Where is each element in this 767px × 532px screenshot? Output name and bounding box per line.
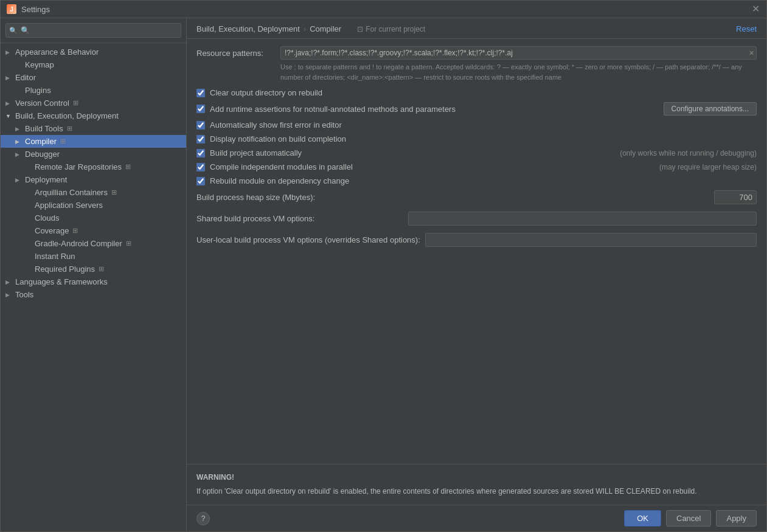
sidebar-item-label: Remote Jar Repositories: [35, 162, 122, 171]
sidebar-item-version-control[interactable]: ▶ Version Control ⊞: [1, 97, 186, 109]
notification-checkbox[interactable]: [196, 135, 205, 143]
clear-output-checkbox[interactable]: [196, 89, 205, 97]
close-button[interactable]: ✕: [752, 5, 760, 13]
search-icon: 🔍: [9, 27, 18, 35]
panel-content: Resource patterns: ✕ Use ; to separate p…: [187, 39, 766, 505]
window-title: Settings: [21, 5, 50, 14]
clear-output-label[interactable]: Clear output directory on rebuild: [210, 88, 757, 97]
sidebar-item-remote-jar[interactable]: Remote Jar Repositories ⊞: [1, 161, 186, 173]
sidebar-item-label: Arquillian Containers: [35, 188, 108, 197]
sidebar-item-label: Keymap: [25, 60, 54, 69]
warning-text: WARNING! If option 'Clear output directo…: [196, 472, 757, 497]
for-project-label: ⊡ For current project: [357, 25, 425, 33]
cancel-button[interactable]: Cancel: [666, 510, 711, 527]
triangle-icon: ▶: [5, 292, 12, 298]
sidebar-item-label: Editor: [15, 73, 36, 82]
breadcrumb-separator: ›: [304, 24, 306, 33]
sidebar-item-label: Languages & Frameworks: [15, 277, 108, 286]
sidebar-item-deployment[interactable]: ▶ Deployment: [1, 173, 186, 186]
show-first-error-checkbox[interactable]: [196, 121, 205, 130]
runtime-assertions-checkbox[interactable]: [196, 105, 205, 113]
compile-parallel-label[interactable]: Compile independent modules in parallel: [210, 162, 654, 171]
checkbox-runtime-assertions: Add runtime assertions for notnull-annot…: [196, 102, 757, 116]
checkbox-build-auto: Build project automatically (only works …: [196, 148, 757, 157]
resource-input-clear-icon[interactable]: ✕: [749, 49, 754, 57]
shared-vm-label: Shared build process VM options:: [196, 214, 403, 223]
shared-vm-row: Shared build process VM options:: [196, 212, 757, 226]
resource-patterns-label: Resource patterns:: [196, 46, 276, 58]
nav-tree: ▶ Appearance & Behavior Keymap ▶ Editor …: [1, 43, 186, 531]
external-icon: ⊞: [73, 99, 78, 107]
sidebar-item-instant-run[interactable]: Instant Run: [1, 250, 186, 263]
triangle-icon: ▶: [15, 151, 21, 157]
scrollable-body: Resource patterns: ✕ Use ; to separate p…: [187, 39, 766, 464]
resource-patterns-input[interactable]: [280, 46, 757, 60]
breadcrumb-part1: Build, Execution, Deployment: [196, 24, 300, 33]
heap-size-row: Build process heap size (Mbytes):: [196, 190, 757, 204]
external-icon: ⊞: [126, 240, 131, 247]
breadcrumb: Build, Execution, Deployment › Compiler …: [196, 24, 425, 33]
sidebar-item-arquillian[interactable]: Arquillian Containers ⊞: [1, 186, 186, 199]
triangle-icon: ▶: [15, 177, 21, 183]
heap-size-label: Build process heap size (Mbytes):: [196, 193, 709, 202]
sidebar-item-clouds[interactable]: Clouds: [1, 212, 186, 224]
external-icon: ⊞: [111, 188, 117, 196]
rebuild-dependency-checkbox[interactable]: [196, 177, 205, 185]
sidebar: 🔍 ▶ Appearance & Behavior Keymap ▶: [1, 18, 187, 531]
sidebar-item-coverage[interactable]: Coverage ⊞: [1, 224, 186, 237]
main-content: 🔍 ▶ Appearance & Behavior Keymap ▶: [1, 18, 766, 531]
checkbox-show-first-error: Automatically show first error in editor: [196, 120, 757, 130]
search-input[interactable]: [5, 23, 181, 38]
checkbox-clear-output: Clear output directory on rebuild: [196, 88, 757, 97]
sidebar-item-label: Application Servers: [35, 201, 103, 210]
checkbox-rebuild-dependency: Rebuild module on dependency change: [196, 176, 757, 185]
sidebar-item-gradle-android[interactable]: Gradle-Android Compiler ⊞: [1, 237, 186, 250]
titlebar: J Settings ✕: [1, 1, 766, 18]
compile-parallel-checkbox[interactable]: [196, 163, 205, 171]
breadcrumb-current: Compiler: [310, 24, 341, 33]
shared-vm-input[interactable]: [408, 212, 757, 226]
sidebar-item-languages[interactable]: ▶ Languages & Frameworks: [1, 275, 186, 288]
checkbox-notification: Display notification on build completion: [196, 134, 757, 143]
external-icon: ⊞: [60, 137, 66, 145]
build-auto-checkbox[interactable]: [196, 149, 205, 157]
sidebar-item-compiler[interactable]: ▶ Compiler ⊞: [1, 135, 186, 148]
triangle-icon: ▶: [5, 75, 12, 81]
triangle-icon: ▶: [5, 279, 12, 285]
sidebar-item-build-execution[interactable]: ▼ Build, Execution, Deployment: [1, 109, 186, 122]
search-box: 🔍: [1, 18, 186, 43]
sidebar-item-label: Version Control: [15, 98, 69, 108]
resource-input-wrap: ✕: [280, 46, 757, 60]
sidebar-item-editor[interactable]: ▶ Editor: [1, 71, 186, 84]
triangle-icon: ▼: [5, 113, 12, 119]
show-first-error-label[interactable]: Automatically show first error in editor: [210, 120, 757, 130]
sidebar-item-required-plugins[interactable]: Required Plugins ⊞: [1, 263, 186, 275]
external-icon: ⊞: [99, 265, 104, 273]
user-vm-input[interactable]: [425, 233, 757, 247]
external-icon: ⊞: [125, 163, 131, 171]
sidebar-item-label: Debugger: [25, 150, 60, 159]
sidebar-item-keymap[interactable]: Keymap: [1, 58, 186, 71]
build-auto-label[interactable]: Build project automatically: [210, 148, 615, 157]
help-button[interactable]: ?: [196, 512, 210, 525]
sidebar-item-app-servers[interactable]: Application Servers: [1, 199, 186, 212]
ok-button[interactable]: OK: [624, 510, 661, 527]
rebuild-dependency-label[interactable]: Rebuild module on dependency change: [210, 176, 757, 185]
sidebar-item-appearance[interactable]: ▶ Appearance & Behavior: [1, 46, 186, 58]
configure-annotations-button[interactable]: Configure annotations...: [664, 102, 757, 116]
sidebar-item-plugins[interactable]: Plugins: [1, 84, 186, 97]
sidebar-item-label: Plugins: [25, 86, 51, 95]
sidebar-item-debugger[interactable]: ▶ Debugger: [1, 148, 186, 161]
sidebar-item-build-tools[interactable]: ▶ Build Tools ⊞: [1, 122, 186, 135]
warning-body: If option 'Clear output directory on reb…: [196, 487, 697, 496]
reset-button[interactable]: Reset: [736, 24, 757, 33]
sidebar-item-label: Coverage: [35, 226, 69, 235]
apply-button[interactable]: Apply: [716, 510, 757, 527]
heap-size-input[interactable]: [714, 190, 757, 204]
runtime-assertions-label[interactable]: Add runtime assertions for notnull-annot…: [210, 105, 659, 114]
triangle-icon: ▶: [15, 139, 21, 145]
warning-section: WARNING! If option 'Clear output directo…: [187, 464, 766, 505]
notification-label[interactable]: Display notification on build completion: [210, 134, 757, 143]
triangle-icon: ▶: [5, 100, 12, 106]
sidebar-item-tools[interactable]: ▶ Tools: [1, 288, 186, 301]
